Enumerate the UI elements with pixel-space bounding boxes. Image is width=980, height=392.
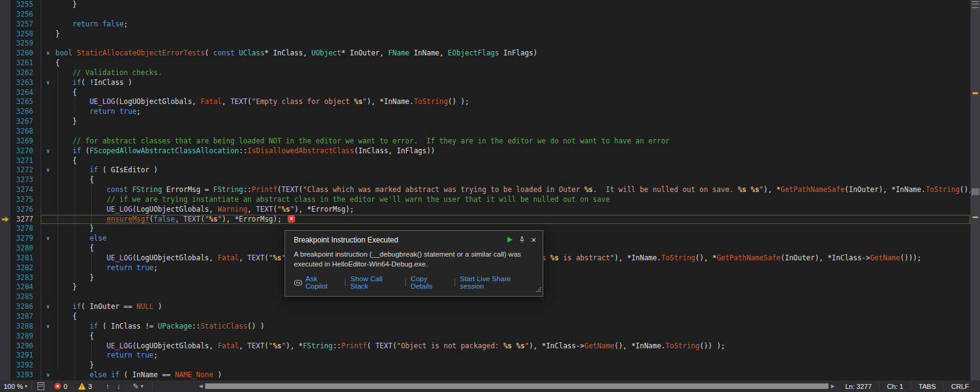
glyph-margin[interactable] xyxy=(0,127,10,137)
code-text[interactable]: { xyxy=(55,88,970,98)
vertical-scrollbar[interactable] xyxy=(970,0,980,380)
glyph-margin[interactable] xyxy=(0,78,10,88)
continue-execution-icon[interactable] xyxy=(506,236,513,244)
copy-details-link[interactable]: Copy Details xyxy=(411,275,450,290)
code-text[interactable]: // Validation checks. xyxy=(55,68,970,78)
code-text[interactable]: ensureMsgf(false, TEXT("%s"), *ErrorMsg)… xyxy=(55,215,970,225)
document-health-icon[interactable] xyxy=(38,382,44,390)
code-text[interactable]: if ( InClass != UPackage::StaticClass() … xyxy=(55,322,970,332)
line-number[interactable]: 3270 xyxy=(10,146,33,156)
code-text[interactable]: { xyxy=(55,156,970,166)
glyph-margin[interactable] xyxy=(0,156,10,166)
fold-chevron-icon[interactable]: ∨ xyxy=(41,234,55,244)
code-line[interactable]: 3272∨ if ( GIsEditor ) xyxy=(0,166,970,175)
line-number[interactable]: 3259 xyxy=(10,39,33,49)
glyph-margin[interactable] xyxy=(0,0,10,10)
code-text[interactable]: UE_LOG(LogUObjectGlobals, Fatal, TEXT("%… xyxy=(55,342,970,351)
line-number[interactable]: 3255 xyxy=(10,0,33,10)
glyph-margin[interactable] xyxy=(0,351,10,361)
glyph-margin[interactable] xyxy=(0,224,10,234)
indentation-indicator[interactable]: TABS xyxy=(911,383,943,390)
code-line[interactable]: 3265 UE_LOG(LogUObjectGlobals, Fatal, TE… xyxy=(0,97,970,107)
line-number[interactable]: 3282 xyxy=(10,263,33,273)
line-number[interactable]: 3275 xyxy=(10,195,33,205)
glyph-margin[interactable] xyxy=(0,361,10,370)
code-text[interactable]: UE_LOG(LogUObjectGlobals, Warning, TEXT(… xyxy=(55,205,970,215)
annotation-pen-control[interactable]: ✎ ▾ xyxy=(132,382,143,391)
glyph-margin[interactable] xyxy=(0,234,10,244)
glyph-margin[interactable] xyxy=(0,58,10,68)
code-line[interactable]: 3287 { xyxy=(0,312,970,322)
show-call-stack-link[interactable]: Show Call Stack xyxy=(350,275,400,290)
glyph-margin[interactable] xyxy=(0,10,10,20)
glyph-margin[interactable] xyxy=(0,20,10,30)
code-text[interactable]: return false; xyxy=(55,20,970,30)
fold-chevron-icon[interactable]: ∨ xyxy=(41,49,55,58)
glyph-margin[interactable] xyxy=(0,302,10,312)
glyph-margin[interactable] xyxy=(0,282,10,292)
glyph-margin[interactable] xyxy=(0,342,10,351)
code-text[interactable] xyxy=(55,10,970,20)
code-line[interactable]: 3293∨ else if ( InName == NAME_None ) xyxy=(0,370,970,380)
scroll-right-icon[interactable]: ▶ xyxy=(830,383,836,389)
code-line[interactable]: 3268 xyxy=(0,127,970,137)
glyph-margin[interactable] xyxy=(0,146,10,156)
breakpoint-hit-icon[interactable]: ✕ xyxy=(288,215,295,223)
line-number[interactable]: 3284 xyxy=(10,282,33,292)
code-text[interactable]: } xyxy=(55,0,970,10)
line-number[interactable]: 3268 xyxy=(10,127,33,137)
code-line[interactable]: 3264 { xyxy=(0,88,970,98)
fold-chevron-icon[interactable]: ∨ xyxy=(41,302,55,312)
code-line[interactable]: 3261{ xyxy=(0,58,970,68)
line-number[interactable]: 3281 xyxy=(10,254,33,263)
code-line[interactable]: 3277 ensureMsgf(false, TEXT("%s"), *Erro… xyxy=(0,215,970,225)
line-number[interactable]: 3283 xyxy=(10,273,33,283)
code-text[interactable]: const FString ErrorMsg = FString::Printf… xyxy=(55,185,970,195)
glyph-margin[interactable] xyxy=(0,312,10,322)
splitter-grip-icon[interactable] xyxy=(972,1,979,8)
line-number[interactable]: 3285 xyxy=(10,292,33,302)
glyph-margin[interactable] xyxy=(0,49,10,58)
code-text[interactable]: if ( GIsEditor ) xyxy=(55,166,970,175)
line-number[interactable]: 3288 xyxy=(10,322,33,332)
code-line[interactable]: 3292 } xyxy=(0,361,970,370)
ask-copilot-link[interactable]: Ask Copilot xyxy=(306,275,340,290)
glyph-margin[interactable] xyxy=(0,137,10,146)
navigate-down-icon[interactable]: ↓ xyxy=(116,382,120,391)
code-line[interactable]: 3258} xyxy=(0,30,970,39)
line-number[interactable]: 3263 xyxy=(10,78,33,88)
code-text[interactable] xyxy=(55,127,970,137)
line-number[interactable]: 3292 xyxy=(10,361,33,370)
line-ending-indicator[interactable]: CRLF xyxy=(944,383,976,390)
code-line[interactable]: 3259 xyxy=(0,39,970,49)
code-line[interactable]: 3255 } xyxy=(0,0,970,10)
glyph-margin[interactable] xyxy=(0,30,10,39)
code-text[interactable]: return true; xyxy=(55,107,970,117)
glyph-margin[interactable] xyxy=(0,273,10,283)
code-text[interactable]: if (FScopedAllowAbstractClassAllocation:… xyxy=(55,146,970,156)
line-number[interactable]: 3276 xyxy=(10,205,33,215)
code-line[interactable]: 3266 return true; xyxy=(0,107,970,117)
resize-grip[interactable] xyxy=(536,284,541,295)
code-line[interactable]: 3270∨ if (FScopedAllowAbstractClassAlloc… xyxy=(0,146,970,156)
line-number[interactable]: 3279 xyxy=(10,234,33,244)
code-text[interactable]: // if we are trying instantiate an abstr… xyxy=(55,195,970,205)
line-number[interactable]: 3265 xyxy=(10,97,33,107)
column-indicator[interactable]: Ch: 1 xyxy=(880,383,910,390)
code-line[interactable]: 3271 { xyxy=(0,156,970,166)
fold-chevron-icon[interactable]: ∨ xyxy=(41,78,55,88)
fold-chevron-icon[interactable]: ∨ xyxy=(41,166,55,175)
code-line[interactable]: 3291 return true; xyxy=(0,351,970,361)
line-number[interactable]: 3267 xyxy=(10,117,33,127)
line-number[interactable]: 3293 xyxy=(10,370,33,380)
navigate-up-icon[interactable]: ↑ xyxy=(105,382,109,391)
scroll-left-icon[interactable]: ◀ xyxy=(198,383,204,389)
code-line[interactable]: 3267 } xyxy=(0,117,970,127)
code-line[interactable]: 3290 UE_LOG(LogUObjectGlobals, Fatal, TE… xyxy=(0,342,970,351)
code-text[interactable]: } xyxy=(55,30,970,39)
line-number[interactable]: 3256 xyxy=(10,10,33,20)
code-line[interactable]: 3289 { xyxy=(0,332,970,342)
glyph-margin[interactable] xyxy=(0,107,10,117)
line-number[interactable]: 3287 xyxy=(10,312,33,322)
current-statement-arrow-icon[interactable] xyxy=(0,215,10,225)
